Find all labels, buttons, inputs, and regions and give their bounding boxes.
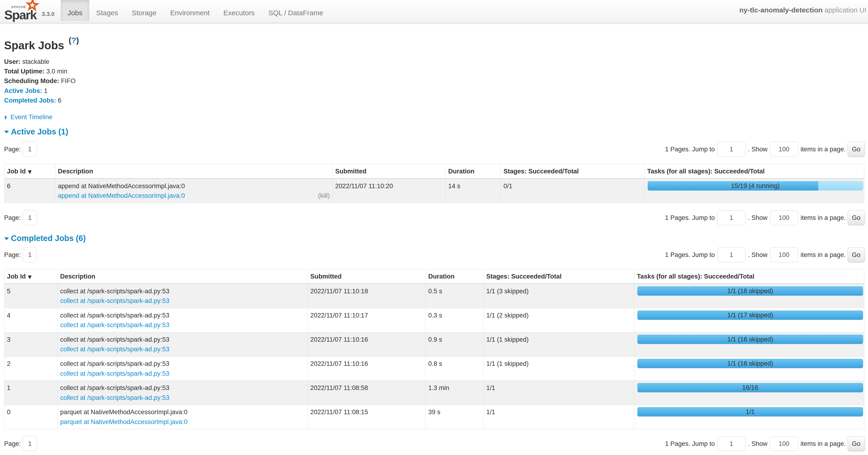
svg-text:Spark: Spark bbox=[4, 8, 37, 22]
